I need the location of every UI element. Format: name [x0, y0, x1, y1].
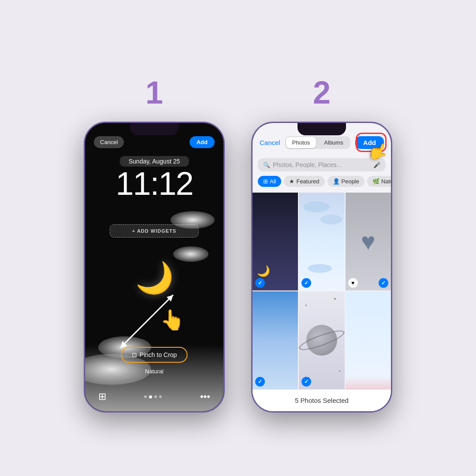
- grid-icon-filter: ⊞: [263, 178, 268, 185]
- photo-moon: 🌙: [257, 265, 270, 277]
- grid-icon[interactable]: ⊞: [98, 391, 106, 402]
- more-icon[interactable]: •••: [200, 391, 210, 402]
- check-badge-1: ✓: [255, 278, 265, 288]
- filter-people-label: People: [342, 178, 359, 185]
- photo-cell-6[interactable]: [346, 291, 391, 389]
- filter-featured-label: Featured: [296, 178, 319, 185]
- check-badge-2: ✓: [301, 278, 311, 288]
- phone-2: Cancel Photos Albums Add 👆 🔍 Photos, Peo…: [251, 122, 392, 413]
- phone-2-screen: Cancel Photos Albums Add 👆 🔍 Photos, Peo…: [253, 123, 391, 411]
- search-bar[interactable]: 🔍 Photos, People, Places... 🎤: [258, 158, 386, 171]
- bottom-nav-1: ⊞ •••: [85, 391, 223, 402]
- filter-nature-label: Nature: [381, 178, 391, 185]
- photos-selected-bar: 5 Photos Selected: [253, 389, 391, 411]
- phone-2-notch: [298, 123, 346, 135]
- filter-featured[interactable]: ★ Featured: [284, 176, 324, 187]
- phone-1-screen: Cancel Add Sunday, August 25 11:12 + ADD…: [85, 123, 223, 411]
- filter-bar: ⊞ All ★ Featured 👤 People 🌿 Nature: [253, 176, 391, 187]
- filter-people[interactable]: 👤 People: [327, 176, 364, 187]
- heart-badge: ♥: [348, 278, 358, 288]
- nav-dot-1: [144, 395, 147, 398]
- search-icon: 🔍: [263, 162, 270, 168]
- cancel-button-2[interactable]: Cancel: [260, 139, 280, 146]
- nav-dot-4: [159, 395, 162, 398]
- check-badge-3: ✓: [379, 278, 388, 288]
- nav-dots: [144, 395, 162, 398]
- hand-icon-1: 👆: [160, 308, 185, 331]
- add-button-1[interactable]: Add: [190, 136, 215, 148]
- step-1: 1 Cancel Add Sunday, August 25: [84, 77, 225, 413]
- nav-dot-3: [154, 395, 157, 398]
- lock-time: 11:12: [115, 165, 193, 202]
- check-badge-5: ✓: [301, 377, 311, 387]
- cancel-button-1[interactable]: Cancel: [94, 136, 124, 148]
- photo-cell-5[interactable]: ✓: [299, 291, 344, 389]
- person-icon: 👤: [333, 178, 340, 185]
- step-1-number: 1: [145, 77, 163, 108]
- step-2: 2 Cancel Photos Albums Add 👆: [251, 77, 392, 413]
- add-widgets-bar[interactable]: + ADD WIDGETS: [110, 224, 199, 238]
- leaf-icon: 🌿: [372, 178, 379, 185]
- filter-all[interactable]: ⊞ All: [258, 176, 281, 187]
- search-placeholder-text: Photos, People, Places...: [273, 161, 342, 168]
- star-2: [305, 305, 307, 306]
- phone-1-topbar: Cancel Add: [85, 136, 223, 148]
- tab-photos[interactable]: Photos: [286, 137, 316, 148]
- star-1: [334, 298, 336, 300]
- check-badge-4: ✓: [255, 377, 265, 387]
- planet: [306, 325, 337, 356]
- pinch-to-crop-button[interactable]: ⊡ Pinch to Crop: [121, 347, 188, 363]
- photos-tabs: Photos Albums: [285, 136, 350, 149]
- step-2-number: 2: [313, 77, 331, 108]
- photo-grid: 🌙 ✓ ✓ ♥ ♥ ✓: [253, 193, 391, 389]
- cloud-4: [173, 246, 208, 262]
- star-3: [339, 370, 340, 372]
- main-container: 1 Cancel Add Sunday, August 25: [84, 63, 392, 413]
- heart-shape: ♥: [361, 227, 376, 256]
- filter-natural-label: Natural: [145, 368, 164, 375]
- photo-cell-1[interactable]: 🌙 ✓: [253, 193, 298, 290]
- filter-nature[interactable]: 🌿 Nature: [367, 176, 391, 187]
- phone-1: Cancel Add Sunday, August 25 11:12 + ADD…: [84, 122, 225, 413]
- mic-icon: 🎤: [373, 162, 380, 168]
- photo-cell-2[interactable]: ✓: [299, 193, 344, 290]
- photos-selected-text: 5 Photos Selected: [295, 397, 349, 404]
- tab-albums[interactable]: Albums: [318, 137, 349, 148]
- nav-dot-2: [149, 395, 152, 398]
- filter-all-label: All: [270, 178, 276, 185]
- crop-icon: ⊡: [132, 351, 137, 358]
- phone-1-notch: [130, 123, 178, 135]
- pinch-crop-label: Pinch to Crop: [140, 351, 177, 358]
- photo-cell-3[interactable]: ♥ ♥ ✓: [346, 193, 391, 290]
- star-icon: ★: [289, 178, 294, 185]
- photo-cell-4[interactable]: ✓: [253, 291, 298, 389]
